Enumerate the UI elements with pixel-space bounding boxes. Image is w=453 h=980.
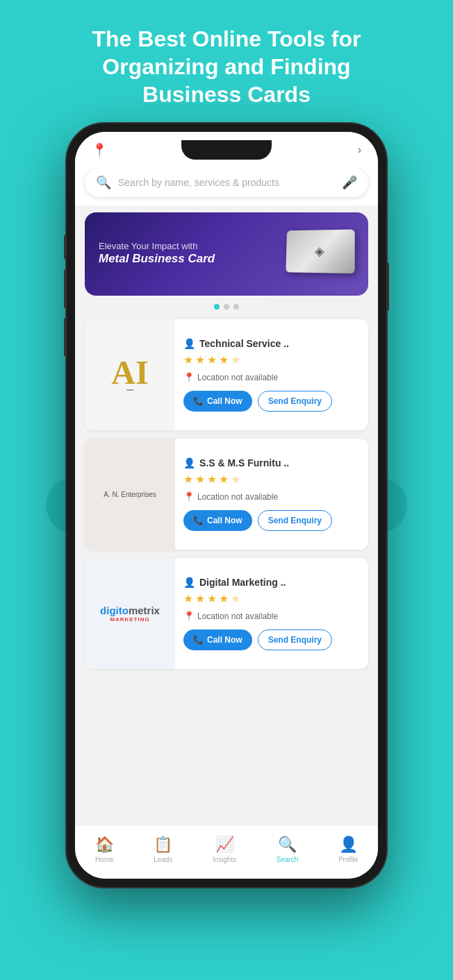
star-2-4: ★ xyxy=(219,473,229,486)
card-name-row-1: 👤 Technical Service .. xyxy=(183,338,360,349)
ai-logo-text: AI xyxy=(111,356,148,389)
dot-2[interactable] xyxy=(224,304,229,310)
card-actions-2: 📞 Call Now Send Enquiry xyxy=(183,510,360,531)
phone-notch xyxy=(181,140,272,160)
card-name-row-2: 👤 S.S & M.S Furnitu .. xyxy=(183,457,360,468)
home-icon: 🏠 xyxy=(95,836,114,854)
nav-profile-label: Profile xyxy=(338,856,358,863)
business-card-2: A. N. Enterprises 👤 S.S & M.S Furnitu ..… xyxy=(85,439,368,550)
nav-insights-label: Insights xyxy=(213,856,236,863)
location-text-3: Location not available xyxy=(197,611,278,621)
banner-title: Metal Business Card xyxy=(99,251,215,267)
card-info-2: 👤 S.S & M.S Furnitu .. ★ ★ ★ ★ ★ 📍 xyxy=(175,439,368,550)
title-line1: The Best Online Tools for xyxy=(92,26,361,51)
dot-1[interactable] xyxy=(214,304,220,310)
search-bar[interactable]: 🔍 Search by name, services & products 🎤 xyxy=(85,168,368,197)
business-card-1: AI ━━ 👤 Technical Service .. ★ ★ ★ xyxy=(85,319,368,430)
banner-text: Elevate Your Impact with Metal Business … xyxy=(99,241,215,267)
star-2-3: ★ xyxy=(207,473,217,486)
star-3-3: ★ xyxy=(207,592,217,605)
search-nav-icon: 🔍 xyxy=(278,836,297,854)
nav-search-label: Search xyxy=(277,856,299,863)
phone-mockup: 📍 › 🔍 Search by name, services & product… xyxy=(67,124,386,887)
star-2-2: ★ xyxy=(195,473,205,486)
location-row-1: 📍 Location not available xyxy=(183,372,360,382)
volume-up-button xyxy=(64,269,67,308)
star-1-3: ★ xyxy=(207,353,217,366)
location-icon: 📍 xyxy=(92,142,107,158)
chevron-right-icon: › xyxy=(358,144,361,156)
card-name-3: Digital Marketing .. xyxy=(199,577,286,588)
metal-card-logo-icon: ◈ xyxy=(315,244,324,259)
an-enterprises-logo: A. N. Enterprises xyxy=(104,491,156,498)
banner-dots xyxy=(85,304,368,310)
search-bar-container: 🔍 Search by name, services & products 🎤 xyxy=(75,168,378,205)
profile-icon: 👤 xyxy=(339,836,358,854)
card-name-1: Technical Service .. xyxy=(199,338,289,349)
digitometrix-logo: digitometrix MARKETING xyxy=(100,605,160,623)
promo-banner[interactable]: Elevate Your Impact with Metal Business … xyxy=(85,212,368,296)
star-2-5: ★ xyxy=(231,473,240,486)
title-line2: Organizing and Finding xyxy=(102,54,350,79)
card-logo-2: A. N. Enterprises xyxy=(85,439,175,550)
card-name-2: S.S & M.S Furnitu .. xyxy=(199,457,289,468)
star-1-5: ★ xyxy=(231,353,240,366)
metal-card-visual: ◈ xyxy=(286,229,354,273)
call-now-button-1[interactable]: 📞 Call Now xyxy=(183,391,252,412)
send-enquiry-button-3[interactable]: Send Enquiry xyxy=(258,630,332,650)
card-info-1: 👤 Technical Service .. ★ ★ ★ ★ ★ 📍 xyxy=(175,319,368,430)
business-card-3: digitometrix MARKETING 👤 Digital Marketi… xyxy=(85,558,368,669)
banner-subtitle: Elevate Your Impact with xyxy=(99,241,215,251)
card-actions-3: 📞 Call Now Send Enquiry xyxy=(183,630,360,650)
stars-row-3: ★ ★ ★ ★ ★ xyxy=(183,592,360,605)
nav-home[interactable]: 🏠 Home xyxy=(87,833,122,866)
main-content: Elevate Your Impact with Metal Business … xyxy=(75,205,378,825)
title-line3: Business Cards xyxy=(142,82,311,107)
call-now-button-3[interactable]: 📞 Call Now xyxy=(183,630,252,650)
star-3-2: ★ xyxy=(195,592,205,605)
nav-leads[interactable]: 📋 Leads xyxy=(145,833,181,866)
phone-icon-2: 📞 xyxy=(193,516,204,525)
phone-screen: 📍 › 🔍 Search by name, services & product… xyxy=(75,132,378,879)
location-pin-2: 📍 xyxy=(183,491,195,502)
bottom-nav: 🏠 Home 📋 Leads 📈 Insights 🔍 Search 👤 xyxy=(75,825,378,879)
ai-logo-line: ━━ xyxy=(126,387,133,394)
star-3-1: ★ xyxy=(183,592,193,605)
send-enquiry-button-1[interactable]: Send Enquiry xyxy=(258,391,332,412)
banner-card-visual: ◈ xyxy=(278,230,354,278)
person-icon-2: 👤 xyxy=(183,457,195,468)
page-title: The Best Online Tools for Organizing and… xyxy=(65,0,389,124)
nav-home-label: Home xyxy=(95,856,114,863)
silent-switch xyxy=(64,235,67,260)
search-input[interactable]: Search by name, services & products xyxy=(118,177,335,188)
nav-insights[interactable]: 📈 Insights xyxy=(204,833,245,866)
send-enquiry-button-2[interactable]: Send Enquiry xyxy=(258,510,332,531)
location-row-2: 📍 Location not available xyxy=(183,491,360,502)
card-logo-3: digitometrix MARKETING xyxy=(85,558,175,669)
mic-icon[interactable]: 🎤 xyxy=(342,175,357,190)
card-logo-1: AI ━━ xyxy=(85,319,175,430)
dot-3[interactable] xyxy=(233,304,239,310)
star-1-2: ★ xyxy=(195,353,205,366)
location-row-3: 📍 Location not available xyxy=(183,611,360,621)
location-pin-3: 📍 xyxy=(183,611,195,621)
stars-row-2: ★ ★ ★ ★ ★ xyxy=(183,473,360,486)
power-button xyxy=(386,262,389,311)
insights-icon: 📈 xyxy=(215,836,234,854)
stars-row-1: ★ ★ ★ ★ ★ xyxy=(183,353,360,366)
star-1-4: ★ xyxy=(219,353,229,366)
volume-down-button xyxy=(64,318,67,357)
nav-profile[interactable]: 👤 Profile xyxy=(330,833,366,866)
location-text-1: Location not available xyxy=(197,373,278,382)
star-1-1: ★ xyxy=(183,353,193,366)
phone-frame: 📍 › 🔍 Search by name, services & product… xyxy=(67,124,386,887)
card-name-row-3: 👤 Digital Marketing .. xyxy=(183,577,360,588)
call-now-button-2[interactable]: 📞 Call Now xyxy=(183,510,252,531)
phone-icon-3: 📞 xyxy=(193,635,204,645)
nav-search[interactable]: 🔍 Search xyxy=(268,833,307,866)
star-3-5: ★ xyxy=(231,592,240,605)
star-2-1: ★ xyxy=(183,473,193,486)
card-actions-1: 📞 Call Now Send Enquiry xyxy=(183,391,360,412)
star-3-4: ★ xyxy=(219,592,229,605)
person-icon-1: 👤 xyxy=(183,338,195,349)
